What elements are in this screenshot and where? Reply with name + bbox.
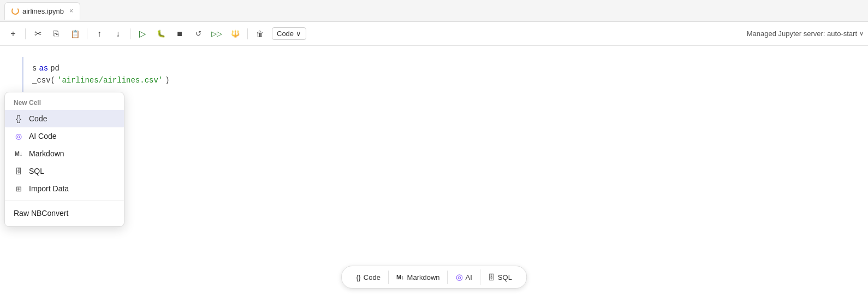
tab-label: airlines.ipynb	[22, 7, 64, 15]
new-cell-dropdown: New Cell {} Code ◎ AI Code M↓ Markdown 🗄…	[4, 92, 124, 227]
bottom-sql-label: SQL	[498, 273, 512, 281]
toolbar-divider-3	[130, 28, 130, 39]
kernel-status-label: Managed Jupyter server: auto-start	[747, 30, 857, 38]
move-down-button[interactable]: ↓	[109, 25, 127, 43]
copy-icon: ⎘	[53, 29, 59, 39]
debug-icon: 🐛	[157, 30, 165, 38]
run-all-icon: ▷▷	[211, 30, 222, 38]
trash-icon: 🗑	[256, 30, 264, 38]
dropdown-item-raw[interactable]: Raw NBConvert	[5, 204, 124, 222]
add-cell-button[interactable]: +	[4, 25, 22, 43]
chevron-down-icon: ∨	[296, 30, 301, 38]
arrow-down-icon: ↓	[116, 29, 120, 39]
import-data-icon: ⊞	[14, 185, 23, 193]
dropdown-code-label: Code	[29, 114, 47, 123]
cut-button[interactable]: ✂	[29, 25, 46, 43]
main-content: New Cell {} Code ◎ AI Code M↓ Markdown 🗄…	[0, 46, 868, 305]
kernel-status[interactable]: Managed Jupyter server: auto-start ∨	[747, 30, 864, 38]
add-icon: +	[10, 29, 15, 39]
dropdown-import-label: Import Data	[29, 184, 69, 193]
bottom-ai-icon: ◎	[456, 272, 463, 282]
code-paren: )	[165, 74, 169, 86]
delete-cell-button[interactable]: 🗑	[251, 25, 269, 43]
notebook-area: s as pd _csv('airlines/airlines.csv') {}…	[0, 46, 868, 305]
bottom-markdown-label: Markdown	[407, 273, 440, 281]
bottom-markdown-icon: M↓	[396, 274, 405, 280]
paste-button[interactable]: 📋	[66, 25, 84, 43]
run-selected-button[interactable]: ▷	[134, 25, 151, 43]
bottom-code-icon: {}	[356, 273, 361, 281]
paste-icon: 📋	[70, 30, 80, 38]
code-read-csv: _csv(	[32, 74, 55, 86]
code-icon: {}	[14, 114, 23, 123]
stop-icon: ■	[177, 29, 182, 39]
copy-button[interactable]: ⎘	[47, 25, 65, 43]
debug-button[interactable]: 🐛	[152, 25, 170, 43]
sql-icon: 🗄	[14, 167, 23, 175]
bottom-code-button[interactable]: {} Code	[348, 271, 389, 284]
move-up-button[interactable]: ↑	[91, 25, 108, 43]
ai-code-icon: ◎	[14, 132, 23, 140]
dropdown-item-import-data[interactable]: ⊞ Import Data	[5, 180, 124, 197]
toolbar-divider-4	[247, 28, 248, 39]
tab-close-button[interactable]: ×	[69, 7, 73, 15]
tab-airlines[interactable]: airlines.ipynb ×	[4, 2, 80, 20]
bottom-sql-button[interactable]: 🗄 SQL	[480, 271, 520, 284]
run-all-button[interactable]: ▷▷	[208, 25, 225, 43]
dropdown-item-code[interactable]: {} Code	[5, 110, 124, 127]
dropdown-ai-code-label: AI Code	[29, 132, 57, 140]
code-pd: pd	[50, 62, 60, 74]
bottom-ai-button[interactable]: ◎ AI	[448, 269, 480, 285]
dropdown-section-label: New Cell	[5, 97, 124, 110]
code-cell[interactable]: s as pd _csv('airlines/airlines.csv')	[22, 57, 846, 92]
dropdown-sql-label: SQL	[29, 167, 44, 175]
stop-button[interactable]: ■	[171, 25, 188, 43]
cell-type-label: Code	[277, 30, 294, 38]
run-selected-icon: ▷	[139, 28, 146, 39]
toolbar-divider-1	[25, 28, 26, 39]
restart-icon: ↺	[195, 30, 201, 38]
restart-button[interactable]: ↺	[189, 25, 207, 43]
bottom-ai-label: AI	[466, 273, 472, 281]
bottom-insert-bar: {} Code M↓ Markdown ◎ AI 🗄 SQL	[341, 266, 527, 289]
markdown-icon: M↓	[14, 150, 23, 157]
code-line-1: s as pd	[32, 62, 837, 74]
dropdown-item-sql[interactable]: 🗄 SQL	[5, 162, 124, 180]
dropdown-raw-label: Raw NBConvert	[14, 209, 68, 218]
tab-bar: airlines.ipynb ×	[0, 0, 868, 22]
dropdown-markdown-label: Markdown	[29, 149, 64, 158]
bottom-code-label: Code	[364, 273, 381, 281]
toolbar-divider-2	[87, 28, 87, 39]
cell-type-dropdown[interactable]: Code ∨	[272, 27, 306, 40]
string-path: 'airlines/airlines.csv'	[57, 74, 163, 86]
code-line-2: _csv('airlines/airlines.csv')	[32, 74, 837, 86]
dropdown-item-ai-code[interactable]: ◎ AI Code	[5, 127, 124, 145]
dropdown-item-markdown[interactable]: M↓ Markdown	[5, 145, 124, 162]
loading-spinner	[11, 7, 19, 15]
code-prefix: s	[32, 62, 37, 74]
cut-icon: ✂	[34, 28, 41, 39]
arrow-up-icon: ↑	[97, 29, 102, 39]
kernel-chevron-icon: ∨	[859, 30, 864, 37]
bottom-markdown-button[interactable]: M↓ Markdown	[389, 271, 448, 284]
bottom-sql-icon: 🗄	[488, 273, 495, 281]
toolbar: + ✂ ⎘ 📋 ↑ ↓ ▷ 🐛 ■ ↺ ▷▷ 🔱 🗑 Code ∨ Man	[0, 22, 868, 46]
clear-icon: 🔱	[231, 30, 240, 38]
clear-button[interactable]: 🔱	[227, 25, 244, 43]
keyword-as: as	[39, 62, 48, 74]
dropdown-divider	[5, 201, 124, 201]
